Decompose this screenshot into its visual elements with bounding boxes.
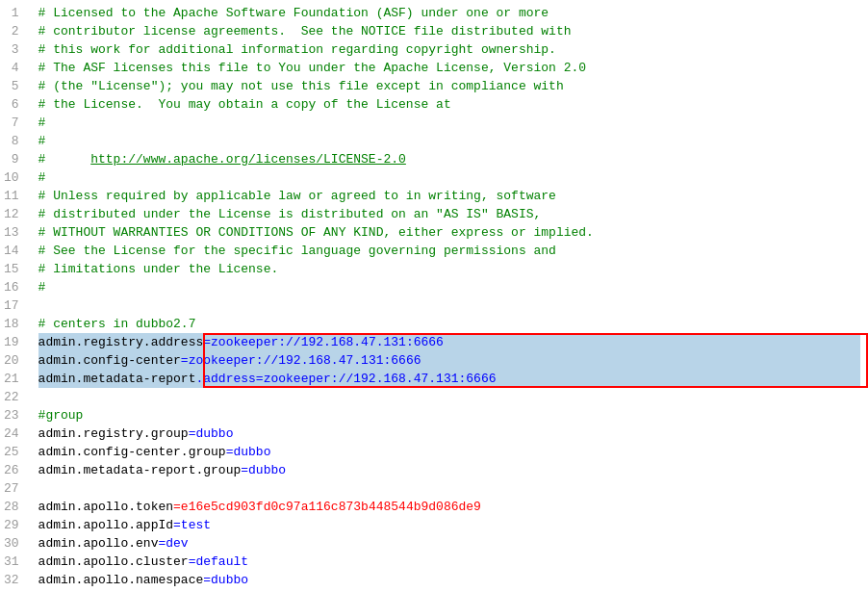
line-number: 30: [4, 534, 23, 553]
code-line: # limitations under the License.: [38, 260, 860, 278]
comment-text: # The ASF licenses this file to You unde…: [38, 59, 587, 77]
kv-key: admin.apollo.cluster: [38, 553, 189, 571]
line-number: 8: [4, 132, 23, 150]
kv-value: =e16e5cd903fd0c97a116c873b448544b9d086de…: [173, 498, 481, 516]
line-number: 15: [4, 260, 23, 278]
kv-key: admin.apollo.namespace: [38, 571, 204, 589]
line-number: 10: [4, 168, 23, 187]
line-number: 16: [4, 278, 23, 296]
line-number: 3: [4, 40, 23, 59]
code-line: admin.apollo.appId=test: [38, 516, 860, 534]
kv-value: =dev: [158, 534, 188, 553]
line-number: 31: [4, 553, 23, 571]
kv-key: admin.apollo.env: [38, 534, 159, 553]
kv-value: =dubbo: [189, 425, 234, 443]
comment-text: #: [38, 278, 46, 296]
line-number: 27: [4, 479, 23, 498]
code-line: admin.config-center.group=dubbo: [38, 443, 860, 461]
line-number: 13: [4, 223, 23, 242]
line-number: 24: [4, 425, 23, 443]
code-line: admin.registry.group=dubbo: [38, 425, 860, 443]
kv-key: admin.apollo.appId: [38, 516, 173, 534]
line-number: 11: [4, 187, 23, 205]
line-number: 1: [4, 4, 23, 22]
code-line: #: [38, 278, 860, 296]
line-number: 32: [4, 571, 23, 589]
code-line: # Unless required by applicable law or a…: [38, 187, 860, 205]
line-number: 4: [4, 59, 23, 77]
line-numbers: 1234567891011121314151617181920212223242…: [0, 0, 31, 592]
kv-value: =dubbo: [226, 443, 271, 461]
code-line: admin.registry.address=zookeeper://192.1…: [38, 333, 860, 351]
code-area: 1234567891011121314151617181920212223242…: [0, 0, 868, 592]
kv-key: admin.config-center.group: [38, 443, 226, 461]
comment-text: # Licensed to the Apache Software Founda…: [38, 4, 549, 22]
code-line: # http://www.apache.org/licenses/LICENSE…: [38, 150, 860, 168]
comment-text: #: [38, 132, 46, 150]
code-line: # WITHOUT WARRANTIES OR CONDITIONS OF AN…: [38, 223, 860, 242]
code-line: # See the License for the specific langu…: [38, 242, 860, 260]
code-line: admin.config-center=zookeeper://192.168.…: [38, 351, 860, 370]
code-line: admin.metadata-report.group=dubbo: [38, 461, 860, 479]
code-line: [38, 388, 860, 406]
code-line: # this work for additional information r…: [38, 40, 860, 59]
url-text: http://www.apache.org/licenses/LICENSE-2…: [90, 150, 406, 168]
code-line: # (the "License"); you may not use this …: [38, 77, 860, 95]
kv-key: admin.metadata-report.group: [38, 461, 242, 479]
comment-text: # this work for additional information r…: [38, 40, 556, 59]
line-number: 7: [4, 114, 23, 132]
code-line: # Licensed to the Apache Software Founda…: [38, 4, 860, 22]
comment-text: #group: [38, 406, 84, 425]
comment-text: #: [38, 114, 46, 132]
kv-key: admin.apollo.token: [38, 498, 173, 516]
code-line: [38, 479, 860, 498]
line-number: 23: [4, 406, 23, 425]
code-line: # The ASF licenses this file to You unde…: [38, 59, 860, 77]
line-number: 17: [4, 296, 23, 315]
line-number: 19: [4, 333, 23, 351]
kv-value: =default: [189, 553, 248, 571]
comment-text: # (the "License"); you may not use this …: [38, 77, 564, 95]
line-number: 28: [4, 498, 23, 516]
code-editor: 1234567891011121314151617181920212223242…: [0, 0, 868, 592]
comment-text: # contributor license agreements. See th…: [38, 22, 572, 40]
code-line: # contributor license agreements. See th…: [38, 22, 860, 40]
line-number: 9: [4, 150, 23, 168]
line-number: 20: [4, 351, 23, 370]
comment-text: #: [38, 168, 46, 187]
comment-text: # distributed under the License is distr…: [38, 205, 542, 223]
comment-text: # See the License for the specific langu…: [38, 242, 556, 260]
code-content: # Licensed to the Apache Software Founda…: [31, 0, 868, 592]
code-line: #group: [38, 406, 860, 425]
kv-value-highlighted: =zookeeper://192.168.47.131:6666: [203, 333, 444, 351]
line-number: 2: [4, 22, 23, 40]
code-line: # centers in dubbo2.7: [38, 315, 860, 333]
comment-prefix: #: [38, 150, 91, 168]
line-number: 6: [4, 95, 23, 114]
kv-key-highlighted: admin.metadata-report: [38, 370, 196, 388]
line-number: 25: [4, 443, 23, 461]
code-line: admin.apollo.cluster=default: [38, 553, 860, 571]
code-line: #: [38, 132, 860, 150]
line-number: 29: [4, 516, 23, 534]
comment-text: # WITHOUT WARRANTIES OR CONDITIONS OF AN…: [38, 223, 594, 242]
kv-value: =test: [173, 516, 211, 534]
kv-value: =dubbo: [203, 571, 248, 589]
code-line: #: [38, 114, 860, 132]
code-line: [38, 296, 860, 315]
comment-text: # limitations under the License.: [38, 260, 279, 278]
line-number: 18: [4, 315, 23, 333]
comment-text: # the License. You may obtain a copy of …: [38, 95, 451, 114]
code-line: admin.apollo.env=dev: [38, 534, 860, 553]
line-number: 12: [4, 205, 23, 223]
code-line: admin.apollo.namespace=dubbo: [38, 571, 860, 589]
comment-text: # Unless required by applicable law or a…: [38, 187, 556, 205]
kv-value-highlighted: =zookeeper://192.168.47.131:6666: [181, 351, 421, 370]
code-line: admin.metadata-report.address=zookeeper:…: [38, 370, 860, 388]
code-line: admin.apollo.token=e16e5cd903fd0c97a116c…: [38, 498, 860, 516]
line-number: 5: [4, 77, 23, 95]
kv-key: admin.registry.group: [38, 425, 189, 443]
kv-key-highlighted: admin.config-center: [38, 351, 181, 370]
kv-value-highlighted: .address=zookeeper://192.168.47.131:6666: [195, 370, 496, 388]
code-line: #: [38, 168, 860, 187]
